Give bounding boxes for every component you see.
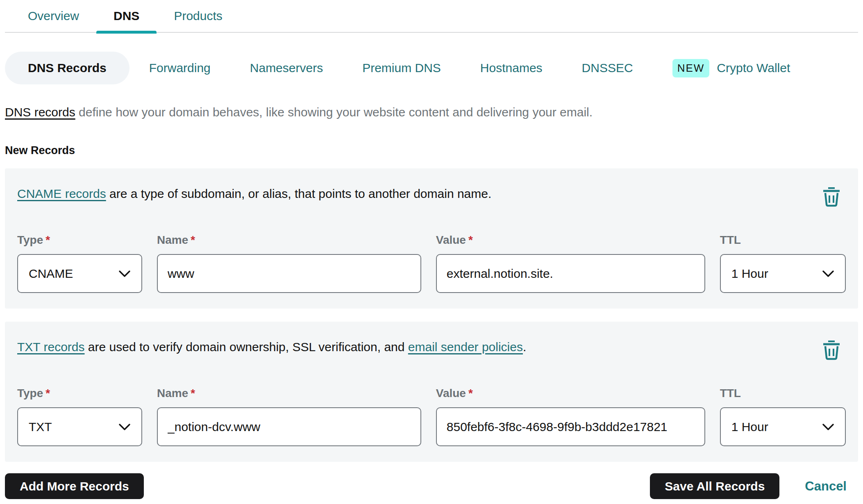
type-label: Type* (17, 387, 142, 400)
value-input[interactable] (436, 254, 705, 293)
value-label: Value* (436, 387, 705, 400)
delete-record-button[interactable] (822, 186, 841, 208)
required-asterisk: * (468, 234, 473, 246)
dns-records-link[interactable]: DNS records (5, 105, 75, 119)
form-actions-row: Add More Records Save All Records Cancel (5, 473, 858, 499)
record-description-text: are a type of subdomain, or alias, that … (106, 187, 492, 200)
chevron-down-icon (118, 423, 131, 431)
ttl-select-value: 1 Hour (731, 420, 768, 434)
type-select-value: TXT (29, 420, 52, 434)
record-description: CNAME records are a type of subdomain, o… (17, 186, 491, 202)
subtab-premium-dns[interactable]: Premium DNS (343, 52, 461, 84)
subtab-forwarding[interactable]: Forwarding (129, 52, 230, 84)
value-input[interactable] (436, 407, 705, 446)
chevron-down-icon (118, 270, 131, 277)
new-badge: NEW (672, 59, 710, 77)
dns-intro-text: DNS records define how your domain behav… (5, 104, 858, 120)
name-label: Name* (157, 234, 421, 247)
record-description-end: . (523, 340, 526, 354)
new-records-heading: New Records (5, 144, 858, 157)
tab-products[interactable]: Products (157, 0, 239, 32)
value-label: Value* (436, 234, 705, 247)
record-fields-row: Type* CNAME Name* Value* TTL 1 Hou (17, 234, 846, 293)
type-label: Type* (17, 234, 142, 247)
subtab-dnssec[interactable]: DNSSEC (562, 52, 653, 84)
delete-record-button[interactable] (822, 340, 841, 361)
trash-icon (822, 340, 841, 360)
cancel-button[interactable]: Cancel (805, 479, 847, 494)
actions-right-group: Save All Records Cancel (650, 473, 847, 499)
required-asterisk: * (468, 387, 473, 400)
trash-icon (822, 186, 841, 207)
subtab-nameservers[interactable]: Nameservers (230, 52, 343, 84)
required-asterisk: * (191, 387, 195, 400)
add-more-records-button[interactable]: Add More Records (5, 473, 144, 499)
ttl-select[interactable]: 1 Hour (720, 254, 846, 293)
save-all-records-button[interactable]: Save All Records (650, 473, 779, 499)
ttl-label: TTL (720, 234, 846, 247)
required-asterisk: * (191, 234, 195, 246)
type-select-value: CNAME (29, 267, 73, 281)
record-fields-row: Type* TXT Name* Value* TTL 1 Hour (17, 387, 846, 446)
name-input[interactable] (157, 407, 421, 446)
record-card-txt: TXT records are used to verify domain ow… (5, 322, 858, 462)
dns-subtab-bar: DNS Records Forwarding Nameservers Premi… (5, 52, 858, 84)
record-description-text: are used to verify domain ownership, SSL… (85, 340, 408, 354)
record-description-row: TXT records are used to verify domain ow… (17, 339, 846, 361)
dns-intro-rest: define how your domain behaves, like sho… (75, 105, 593, 119)
domain-tab-bar: Overview DNS Products (5, 0, 858, 33)
required-asterisk: * (45, 234, 50, 246)
subtab-crypto-wallet-label: Crypto Wallet (717, 61, 790, 75)
ttl-select-value: 1 Hour (731, 267, 768, 281)
tab-overview[interactable]: Overview (11, 0, 96, 32)
chevron-down-icon (822, 423, 834, 431)
ttl-label: TTL (720, 387, 846, 400)
name-input[interactable] (157, 254, 421, 293)
record-description-row: CNAME records are a type of subdomain, o… (17, 186, 846, 208)
email-sender-policies-link[interactable]: email sender policies (408, 340, 523, 354)
required-asterisk: * (45, 387, 50, 400)
cname-records-link[interactable]: CNAME records (17, 187, 106, 200)
ttl-select[interactable]: 1 Hour (720, 407, 846, 446)
type-select[interactable]: TXT (17, 407, 142, 446)
chevron-down-icon (822, 270, 834, 277)
record-description: TXT records are used to verify domain ow… (17, 339, 526, 355)
type-select[interactable]: CNAME (17, 254, 142, 293)
name-label: Name* (157, 387, 421, 400)
dns-management-page: Overview DNS Products DNS Records Forwar… (0, 0, 863, 504)
subtab-crypto-wallet[interactable]: NEW Crypto Wallet (653, 52, 810, 84)
record-card-cname: CNAME records are a type of subdomain, o… (5, 168, 858, 309)
txt-records-link[interactable]: TXT records (17, 340, 85, 354)
tab-dns[interactable]: DNS (96, 0, 157, 32)
subtab-hostnames[interactable]: Hostnames (461, 52, 562, 84)
subtab-dns-records[interactable]: DNS Records (5, 52, 129, 84)
